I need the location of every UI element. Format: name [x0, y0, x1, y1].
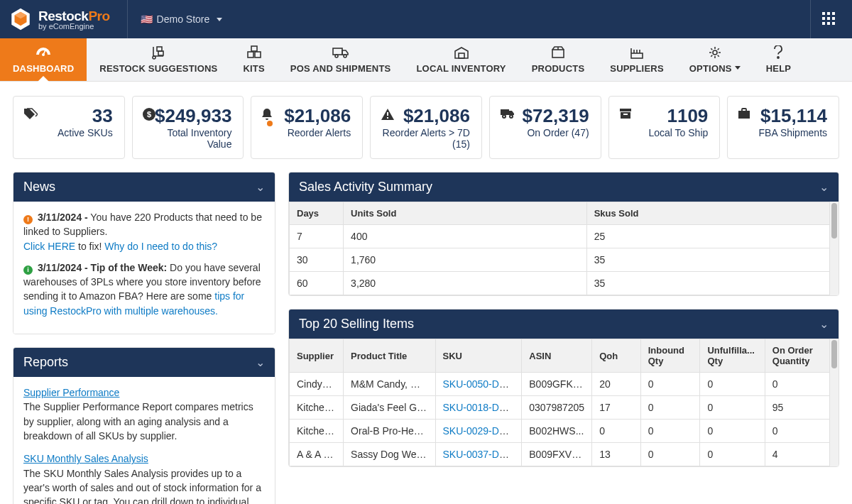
svg-rect-7	[827, 17, 830, 20]
sku-link[interactable]: SKU-0037-DEMO	[443, 449, 522, 460]
flag-icon: 🇺🇸	[141, 13, 153, 25]
scrollbar[interactable]	[830, 202, 839, 295]
nav-dashboard[interactable]: DASHBOARD	[0, 38, 87, 81]
chevron-down-icon	[217, 18, 222, 21]
sku-link[interactable]: SKU-0029-DEMO	[443, 425, 522, 437]
news-link[interactable]: Click HERE	[23, 241, 75, 252]
svg-rect-9	[822, 22, 825, 25]
chevron-down-icon[interactable]: ⌄	[256, 180, 265, 194]
report-item: Supplier Performance The Supplier Perfor…	[23, 385, 265, 443]
report-link[interactable]: SKU Monthly Sales Analysis	[23, 453, 148, 464]
report-item: SKU Monthly Sales Analysis The SKU Month…	[23, 451, 265, 504]
box-icon	[551, 45, 565, 60]
report-link[interactable]: Supplier Performance	[23, 387, 119, 398]
svg-point-22	[344, 55, 346, 57]
nav-products[interactable]: PRODUCTS	[519, 38, 598, 81]
logo-icon	[9, 7, 33, 31]
content: 33 Active SKUs $ $249,933 Total Inventor…	[0, 82, 852, 504]
svg-rect-36	[621, 112, 630, 119]
svg-rect-17	[248, 52, 253, 57]
panel-sales-header[interactable]: Sales Activity Summary ⌄	[289, 172, 839, 202]
panel-top-header[interactable]: Top 20 Selling Items ⌄	[289, 309, 839, 339]
svg-rect-3	[822, 12, 825, 15]
svg-point-27	[777, 57, 779, 58]
svg-rect-18	[255, 52, 261, 57]
svg-rect-32	[501, 109, 509, 115]
nav-local[interactable]: LOCAL INVENTORY	[403, 38, 518, 81]
svg-rect-24	[552, 50, 564, 57]
kpi-reorder-alerts-7d[interactable]: $21,086 Reorder Alerts > 7D (15)	[370, 96, 482, 159]
table-row[interactable]: Cindys ...M&M Candy, Mil...SKU-0050-DEMO…	[290, 373, 830, 396]
nav-suppliers[interactable]: SUPPLIERS	[597, 38, 676, 81]
chevron-down-icon[interactable]: ⌄	[819, 180, 829, 194]
warning-icon	[381, 108, 395, 124]
shipping-icon	[500, 108, 515, 123]
kpi-active-skus[interactable]: 33 Active SKUs	[13, 96, 125, 159]
col-sku[interactable]: SKU	[435, 339, 522, 373]
kpi-on-order[interactable]: $72,319 On Order (47)	[489, 96, 601, 159]
handtruck-icon	[151, 45, 166, 60]
panel-news: News ⌄ ! 3/11/2024 - You have 220 Produc…	[13, 172, 275, 334]
sku-link[interactable]: SKU-0050-DEMO	[443, 378, 522, 390]
nav-tabs: DASHBOARD RESTOCK SUGGESTIONS KITS POS A…	[0, 38, 852, 82]
svg-rect-5	[832, 12, 835, 15]
nav-help[interactable]: HELP	[753, 38, 804, 81]
apps-grid-icon[interactable]	[822, 12, 835, 27]
logo[interactable]: RestockPro by eComEngine	[9, 0, 128, 38]
panel-title: Reports	[23, 355, 68, 370]
col-asin[interactable]: ASIN	[522, 339, 592, 373]
col-title[interactable]: Product Title	[344, 339, 435, 373]
svg-point-26	[713, 50, 717, 55]
col-onorder[interactable]: On Order Quantity	[765, 339, 829, 373]
chevron-down-icon[interactable]: ⌄	[256, 356, 265, 369]
news-item: i 3/11/2024 - Tip of the Week: Do you ha…	[23, 261, 265, 318]
scrollbar[interactable]	[830, 339, 839, 466]
factory-icon	[630, 45, 644, 60]
col-units[interactable]: Units Sold	[344, 202, 587, 225]
store-selector[interactable]: 🇺🇸 Demo Store	[141, 13, 223, 25]
news-link[interactable]: Why do I need to do this?	[104, 241, 217, 252]
panel-reports: Reports ⌄ Supplier Performance The Suppl…	[13, 347, 275, 504]
chevron-down-icon[interactable]: ⌄	[819, 317, 829, 331]
svg-rect-15	[158, 51, 163, 55]
sku-link[interactable]: SKU-0018-DEMO	[443, 402, 522, 413]
svg-rect-23	[459, 53, 464, 58]
svg-rect-37	[623, 114, 628, 115]
top-selling-table: Supplier Product Title SKU ASIN Qoh Inbo…	[289, 339, 830, 466]
help-icon	[772, 45, 784, 60]
table-row[interactable]: Kitchen...Giada's Feel Go...SKU-0018-DEM…	[290, 396, 830, 420]
kpi-reorder-alerts[interactable]: $21,086 Reorder Alerts	[251, 96, 363, 159]
nav-pos[interactable]: POS AND SHIPMENTS	[278, 38, 404, 81]
kpi-local-to-ship[interactable]: 1109 Local To Ship	[608, 96, 721, 159]
warn-badge-icon: !	[23, 215, 33, 224]
nav-options[interactable]: OPTIONS	[677, 38, 753, 81]
svg-rect-25	[631, 53, 643, 58]
sales-table: Days Units Sold Skus Sold 740025301,7603…	[289, 202, 830, 295]
panel-title: Top 20 Selling Items	[299, 317, 414, 332]
kpi-fba-shipments[interactable]: $15,114 FBA Shipments	[727, 96, 839, 159]
col-skus[interactable]: Skus Sold	[586, 202, 830, 225]
col-days[interactable]: Days	[290, 202, 344, 225]
nav-restock[interactable]: RESTOCK SUGGESTIONS	[87, 38, 230, 81]
svg-point-21	[335, 55, 338, 57]
panel-news-header[interactable]: News ⌄	[13, 172, 275, 202]
panel-reports-header[interactable]: Reports ⌄	[13, 348, 275, 377]
col-qoh[interactable]: Qoh	[592, 339, 641, 373]
col-unfulfill[interactable]: Unfulfilla... Qty	[700, 339, 765, 373]
table-row[interactable]: Kitchen...Oral-B Pro-Heal...SKU-0029-DEM…	[290, 420, 830, 443]
table-row[interactable]: 740025	[290, 225, 830, 248]
svg-rect-35	[620, 109, 631, 111]
table-row[interactable]: 603,28035	[290, 272, 830, 295]
logo-text: RestockPro by eComEngine	[38, 9, 110, 31]
kpi-row: 33 Active SKUs $ $249,933 Total Inventor…	[13, 96, 839, 159]
panel-top-selling: Top 20 Selling Items ⌄ Supplier Product …	[288, 309, 839, 467]
svg-rect-20	[333, 48, 342, 55]
col-inbound[interactable]: Inbound Qty	[640, 339, 700, 373]
table-row[interactable]: A & A LI...Sassy Dog Wear...SKU-0037-DEM…	[290, 443, 830, 466]
kpi-inventory-value[interactable]: $ $249,933 Total Inventory Value	[132, 96, 244, 159]
col-supplier[interactable]: Supplier	[290, 339, 344, 373]
truck-icon	[332, 45, 349, 60]
table-row[interactable]: 301,76035	[290, 248, 830, 272]
nav-kits[interactable]: KITS	[230, 38, 277, 81]
svg-rect-6	[822, 17, 825, 20]
